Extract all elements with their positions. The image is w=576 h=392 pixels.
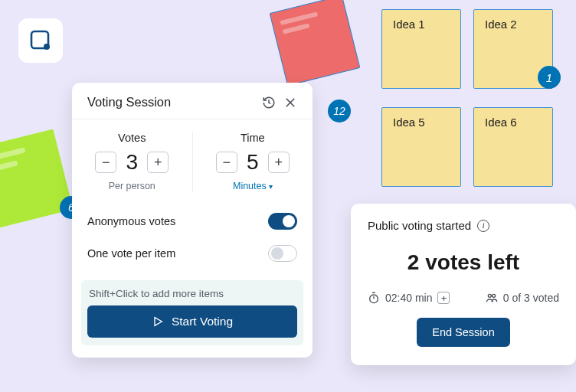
app-logo [18,18,63,63]
svg-marker-4 [155,318,162,326]
timer-icon [368,292,380,304]
vote-progress: 0 of 3 voted [503,292,559,304]
votes-sublabel: Per person [109,181,155,191]
info-icon[interactable]: i [477,220,489,232]
votes-increment[interactable]: + [147,152,169,173]
idea-note[interactable]: Idea 5 [381,107,461,187]
votes-value: 3 [124,150,139,175]
time-decrement[interactable]: − [216,152,237,173]
start-voting-label: Start Voting [172,315,233,328]
svg-point-9 [492,294,495,297]
panel-title: Voting Session [87,95,171,109]
anonymous-label: Anonymous votes [87,215,175,227]
one-vote-label: One vote per item [87,247,175,260]
idea-note[interactable]: Idea 6 [473,107,553,187]
vote-badge: 1 [538,66,561,89]
one-vote-toggle[interactable] [268,245,297,262]
time-value: 5 [245,150,260,175]
idea-grid: Idea 1 Idea 2 Idea 5 Idea 6 [381,9,553,187]
idea-note[interactable]: Idea 1 [381,9,461,89]
people-icon [486,292,498,304]
close-icon[interactable] [283,96,297,109]
voting-session-panel: Voting Session Votes − 3 + Per person Ti… [72,83,313,358]
history-icon[interactable] [262,96,276,109]
time-unit-dropdown[interactable]: Minutes [233,181,273,191]
end-session-button[interactable]: End Session [417,318,509,347]
votes-label: Votes [118,132,146,144]
anonymous-toggle[interactable] [268,213,297,230]
time-label: Time [241,132,265,144]
sticky-note-red[interactable] [270,0,361,86]
time-remaining: 02:40 min [385,292,432,304]
votes-decrement[interactable]: − [95,152,116,173]
time-stepper: − 5 + [216,150,290,175]
add-time-button[interactable]: + [437,292,450,304]
svg-point-1 [44,44,50,50]
time-increment[interactable]: + [268,152,290,173]
svg-point-8 [488,294,491,297]
vote-badge: 12 [328,100,351,122]
votes-stepper: − 3 + [95,150,169,175]
start-voting-button[interactable]: Start Voting [87,305,297,338]
hint-text: Shift+Click to add more items [81,280,303,299]
voting-status-panel: Public voting started i 2 votes left 02:… [351,204,576,365]
status-header: Public voting started [368,219,471,232]
votes-left-text: 2 votes left [368,250,559,275]
